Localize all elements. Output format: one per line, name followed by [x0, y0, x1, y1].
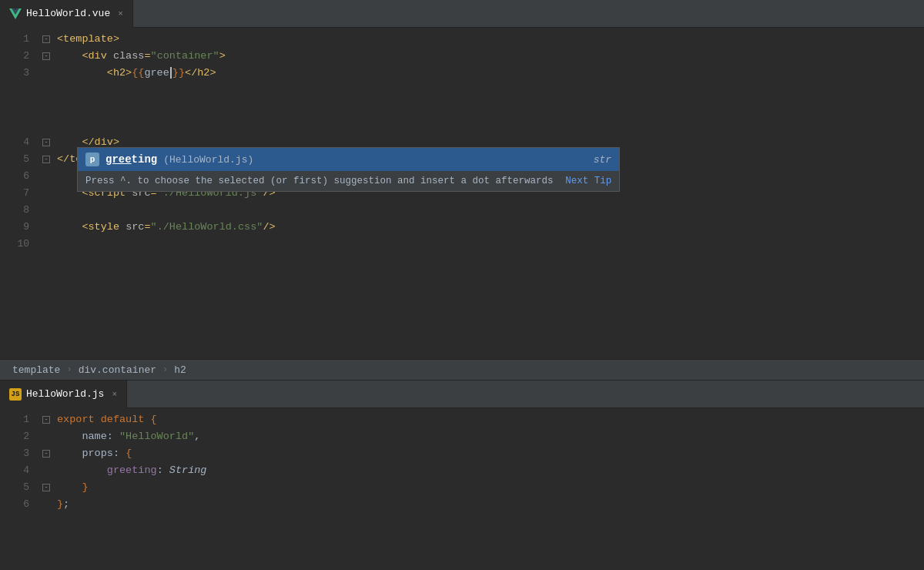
code-line-10: 10 — [0, 236, 924, 253]
autocomplete-match: gree — [105, 153, 132, 166]
code-line-3: 3 <h2>{{gree}}</h2> — [0, 65, 924, 82]
js-icon: JS — [9, 388, 22, 401]
bottom-tab-bar: JS HelloWorld.js × — [0, 381, 924, 408]
fold-4[interactable]: - — [42, 139, 50, 146]
gutter-5: - — [38, 156, 54, 163]
line-content-2: <div class="container"> — [54, 48, 924, 65]
b-line-num-4: 4 — [0, 462, 38, 479]
bottom-line-2: 2 name: "HelloWorld", — [0, 428, 924, 445]
code-line-1: 1 - <template> — [0, 31, 924, 48]
fold-5[interactable]: - — [42, 156, 50, 163]
js-file-tab[interactable]: JS HelloWorld.js × — [0, 381, 127, 408]
line-num-2: 2 — [0, 48, 38, 65]
line-content-1: <template> — [54, 31, 924, 48]
b-line-content-5: } — [54, 479, 924, 496]
breadcrumb-h2[interactable]: h2 — [174, 364, 186, 376]
autocomplete-item-name: greeting — [105, 153, 157, 166]
autocomplete-item-greeting[interactable]: p greeting (HelloWorld.js) str — [78, 148, 619, 171]
breadcrumb-bar: template › div.container › h2 — [0, 359, 924, 381]
b-fold-3[interactable]: - — [42, 450, 50, 458]
next-tip-link[interactable]: Next Tip — [565, 176, 611, 186]
vue-tab-close[interactable]: × — [118, 9, 123, 18]
breadcrumb-sep-2: › — [162, 364, 168, 375]
b-line-content-3: props: { — [54, 445, 924, 462]
line-content-3: <h2>{{gree}}</h2> — [54, 65, 924, 82]
line-num-9: 9 — [0, 219, 38, 236]
fold-2[interactable]: - — [42, 52, 50, 60]
text-cursor — [170, 67, 172, 79]
b-gutter-3: - — [38, 450, 54, 458]
b-line-num-6: 6 — [0, 496, 38, 513]
bottom-editor: 1 - export default { 2 name: "HelloWorld… — [0, 408, 924, 570]
line-num-8: 8 — [0, 202, 38, 219]
js-tab-close[interactable]: × — [112, 390, 117, 399]
autocomplete-item-type: str — [594, 154, 611, 166]
b-line-content-2: name: "HelloWorld", — [54, 428, 924, 445]
b-line-content-1: export default { — [54, 411, 924, 428]
top-code-area: 1 - <template> 2 - <div class="container… — [0, 28, 924, 256]
autocomplete-item-icon: p — [85, 153, 99, 166]
bottom-line-1: 1 - export default { — [0, 411, 924, 428]
b-line-content-6: }; — [54, 496, 924, 513]
bottom-line-5: 5 - } — [0, 479, 924, 496]
line-content-9: <style src="./HelloWorld.css"/> — [54, 219, 924, 236]
autocomplete-dropdown: p greeting (HelloWorld.js) str Press ^. … — [77, 147, 620, 192]
vue-file-tab[interactable]: HelloWorld.vue × — [0, 0, 133, 28]
line-num-4: 4 — [0, 134, 38, 151]
vue-tab-label: HelloWorld.vue — [26, 8, 110, 19]
b-gutter-1: - — [38, 416, 54, 424]
top-tab-bar: HelloWorld.vue × — [0, 0, 924, 28]
b-fold-1[interactable]: - — [42, 416, 50, 424]
bottom-line-3: 3 - props: { — [0, 445, 924, 462]
gutter-1: - — [38, 35, 54, 43]
autocomplete-hint: Press ^. to choose the selected (or firs… — [78, 171, 619, 191]
autocomplete-item-source: (HelloWorld.js) — [163, 154, 253, 166]
b-line-content-4: greeting: String — [54, 462, 924, 479]
bottom-line-6: 6 }; — [0, 496, 924, 513]
breadcrumb-sep-1: › — [66, 364, 72, 375]
js-tab-label: HelloWorld.js — [26, 388, 104, 400]
code-line-9: 9 <style src="./HelloWorld.css"/> — [0, 219, 924, 236]
line-num-7: 7 — [0, 185, 38, 202]
b-line-num-3: 3 — [0, 445, 38, 462]
fold-1[interactable]: - — [42, 35, 50, 43]
b-line-num-5: 5 — [0, 479, 38, 496]
line-num-6: 6 — [0, 168, 38, 185]
gutter-2: - — [38, 52, 54, 60]
breadcrumb-template[interactable]: template — [12, 364, 60, 376]
autocomplete-hint-text: Press ^. to choose the selected (or firs… — [85, 176, 554, 186]
code-line-2: 2 - <div class="container"> — [0, 48, 924, 65]
bottom-code-area: 1 - export default { 2 name: "HelloWorld… — [0, 408, 924, 516]
line-num-1: 1 — [0, 31, 38, 48]
line-num-10: 10 — [0, 236, 38, 253]
code-line-8: 8 — [0, 202, 924, 219]
vue-icon — [9, 8, 22, 20]
breadcrumb-div-container[interactable]: div.container — [79, 364, 156, 376]
b-line-num-2: 2 — [0, 428, 38, 445]
b-fold-5[interactable]: - — [42, 484, 50, 491]
b-line-num-1: 1 — [0, 411, 38, 428]
b-gutter-5: - — [38, 484, 54, 491]
bottom-line-4: 4 greeting: String — [0, 462, 924, 479]
line-num-5: 5 — [0, 151, 38, 168]
line-num-3: 3 — [0, 65, 38, 82]
gutter-4: - — [38, 139, 54, 146]
autocomplete-icon-letter: p — [90, 155, 95, 164]
top-editor: 1 - <template> 2 - <div class="container… — [0, 28, 924, 359]
